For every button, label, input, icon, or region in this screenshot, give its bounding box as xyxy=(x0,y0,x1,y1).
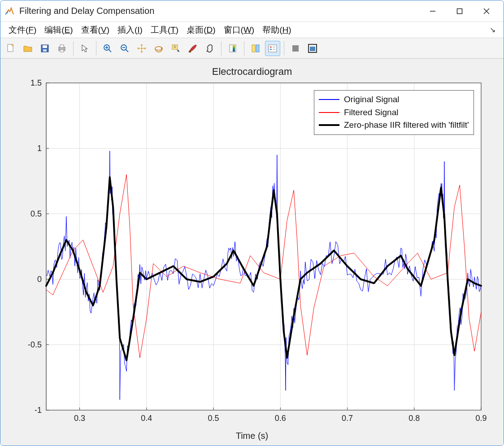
close-button[interactable] xyxy=(473,2,500,20)
svg-rect-22 xyxy=(172,45,178,49)
window-title: Filtering and Delay Compensation xyxy=(19,6,419,16)
new-file-icon[interactable] xyxy=(3,41,18,56)
svg-rect-39 xyxy=(310,47,315,51)
svg-rect-32 xyxy=(269,45,277,52)
svg-text:0.5: 0.5 xyxy=(208,414,219,423)
print-icon[interactable] xyxy=(54,41,70,56)
toolbar xyxy=(0,38,504,59)
svg-text:0.6: 0.6 xyxy=(275,414,286,423)
maximize-button[interactable] xyxy=(446,2,473,20)
legend-entry-2[interactable]: Zero-phase IIR filtered with 'filtfilt' xyxy=(319,119,469,132)
stop-icon[interactable] xyxy=(288,41,303,56)
svg-rect-37 xyxy=(292,45,299,52)
menu-tools[interactable]: 工具(T) xyxy=(147,22,182,38)
menubar: 文件(F)编辑(E)查看(V)插入(I)工具(T)桌面(D)窗口(W)帮助(H)… xyxy=(0,22,504,38)
brush-icon[interactable] xyxy=(185,41,200,56)
svg-text:1: 1 xyxy=(37,144,42,153)
minimize-button[interactable] xyxy=(419,2,446,20)
svg-text:0.7: 0.7 xyxy=(342,414,353,423)
axes-container: Electrocardiogram 0.30.40.50.60.70.80.9-… xyxy=(7,66,497,441)
legend-label: Original Signal xyxy=(344,93,400,106)
menu-help[interactable]: 帮助(H) xyxy=(259,22,295,38)
svg-text:0.8: 0.8 xyxy=(408,414,420,423)
svg-rect-11 xyxy=(60,50,64,52)
svg-rect-30 xyxy=(252,45,255,52)
svg-text:0.4: 0.4 xyxy=(141,414,152,423)
zoom-out-icon[interactable] xyxy=(117,41,132,56)
collapse-toolbar-icon[interactable]: ↘ xyxy=(486,26,499,34)
link-icon[interactable] xyxy=(202,41,217,56)
svg-rect-29 xyxy=(233,45,235,52)
pointer-icon[interactable] xyxy=(77,41,92,56)
dock-icon[interactable] xyxy=(305,41,320,56)
svg-text:0.9: 0.9 xyxy=(475,414,487,423)
menu-insert[interactable]: 插入(I) xyxy=(114,22,146,38)
legend[interactable]: Original SignalFiltered SignalZero-phase… xyxy=(314,90,474,135)
svg-line-17 xyxy=(126,49,128,52)
menu-edit[interactable]: 编辑(E) xyxy=(41,22,76,38)
chart-title: Electrocardiogram xyxy=(7,66,497,78)
hide-plot-icon[interactable] xyxy=(248,41,263,56)
svg-rect-7 xyxy=(43,45,47,48)
save-icon[interactable] xyxy=(37,41,52,56)
legend-entry-1[interactable]: Filtered Signal xyxy=(319,106,469,119)
svg-rect-8 xyxy=(43,49,47,52)
svg-rect-26 xyxy=(189,51,191,52)
svg-point-19 xyxy=(141,48,143,49)
svg-text:0.3: 0.3 xyxy=(74,414,85,423)
legend-label: Filtered Signal xyxy=(344,106,398,119)
svg-text:1.5: 1.5 xyxy=(30,78,42,87)
x-axis-label: Time (s) xyxy=(7,431,497,441)
svg-text:0: 0 xyxy=(37,275,42,284)
menu-file[interactable]: 文件(F) xyxy=(5,22,40,38)
pan-icon[interactable] xyxy=(134,41,149,56)
svg-rect-31 xyxy=(256,45,259,52)
data-cursor-icon[interactable] xyxy=(168,41,183,56)
svg-line-13 xyxy=(109,49,111,52)
menu-window[interactable]: 窗口(W) xyxy=(220,22,258,38)
colorbar-icon[interactable] xyxy=(225,41,240,56)
svg-rect-1 xyxy=(457,9,462,13)
menu-view[interactable]: 查看(V) xyxy=(78,22,113,38)
zoom-in-icon[interactable] xyxy=(100,41,115,56)
rotate3d-icon[interactable] xyxy=(151,41,166,56)
svg-text:0.5: 0.5 xyxy=(30,209,42,218)
legend-icon[interactable] xyxy=(265,41,280,56)
window-controls xyxy=(419,2,500,20)
legend-entry-0[interactable]: Original Signal xyxy=(319,93,469,106)
svg-text:-0.5: -0.5 xyxy=(28,340,42,349)
menu-desktop[interactable]: 桌面(D) xyxy=(183,22,219,38)
legend-label: Zero-phase IIR filtered with 'filtfilt' xyxy=(344,119,469,132)
svg-rect-10 xyxy=(60,45,64,48)
matlab-icon xyxy=(4,6,15,17)
svg-text:-1: -1 xyxy=(35,406,42,415)
open-file-icon[interactable] xyxy=(20,41,35,56)
titlebar: Filtering and Delay Compensation xyxy=(0,0,504,22)
figure-area: Electrocardiogram 0.30.40.50.60.70.80.9-… xyxy=(0,59,504,446)
